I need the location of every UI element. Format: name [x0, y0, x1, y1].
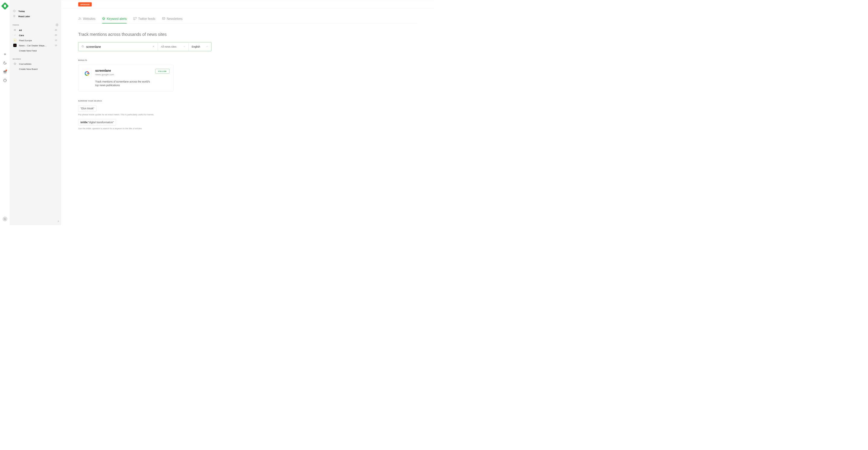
keyword-search-input[interactable] — [86, 45, 150, 49]
sidebar-item-label: All — [19, 29, 53, 31]
keyword-icon — [102, 17, 105, 21]
rss-icon — [79, 17, 82, 21]
list-icon — [13, 29, 17, 31]
suggestion-prefix: intitle: — [81, 121, 88, 124]
twitter-icon — [133, 17, 137, 21]
search-icon — [82, 45, 84, 49]
pin-icon[interactable] — [57, 220, 59, 223]
tab-keyword-alerts[interactable]: Keyword alerts — [102, 16, 127, 24]
sidebar-section-label: BOARDS — [13, 58, 21, 60]
suggestion-exact-match[interactable]: "Elon Musk" — [79, 105, 97, 111]
sidebar-item-count: 10 — [55, 44, 59, 47]
results-label: RESULTS — [79, 59, 417, 61]
suggestion-hint: Put phrase inside quotes for an exact ma… — [79, 113, 184, 116]
sidebar-feed-fleet-europe[interactable]: E Fleet Europe 10 — [10, 38, 61, 43]
svg-point-8 — [14, 11, 14, 11]
svg-point-14 — [79, 19, 79, 20]
bookmark-icon — [13, 15, 16, 18]
tab-websites[interactable]: Websites — [79, 16, 96, 24]
sidebar-item-label: News – Car Dealer Maga… — [19, 44, 53, 47]
help-icon[interactable] — [3, 78, 7, 82]
upgrade-button[interactable]: UPGRADE — [79, 2, 92, 7]
sidebar-create-feed[interactable]: Create New Feed — [10, 48, 61, 53]
sidebar-item-today[interactable]: Today — [10, 8, 61, 13]
feed-favicon: E — [13, 38, 17, 42]
avatar[interactable]: S — [2, 217, 7, 221]
tab-label: Keyword alerts — [107, 17, 127, 21]
tab-label: Newsletters — [167, 17, 182, 21]
tab-label: Websites — [83, 17, 96, 21]
add-icon[interactable] — [3, 53, 7, 56]
svg-marker-13 — [14, 63, 16, 65]
avatar-initial: S — [2, 217, 7, 221]
moon-icon[interactable] — [3, 61, 7, 65]
result-description: Track mentions of screenlane across the … — [95, 80, 153, 87]
result-card: screenlane news.google.com FOLLOW Track … — [79, 65, 174, 91]
keyword-search-row: All news sites English — [79, 42, 212, 51]
narrow-label: NARROW YOUR SEARCH — [79, 100, 417, 102]
sidebar-boards-header: BOARDS — [10, 58, 61, 60]
sidebar-item-label: Create New Board — [19, 67, 59, 70]
language-select[interactable]: English — [189, 42, 211, 51]
sidebar-board-cool-articles[interactable]: Cool articles — [10, 61, 61, 66]
follow-button[interactable]: FOLLOW — [156, 69, 169, 74]
sidebar: Today Read Later FEEDS All 20 Cars — [10, 0, 61, 225]
tab-twitter-feeds[interactable]: Twitter feeds — [133, 16, 156, 24]
sidebar-item-count: 20 — [55, 29, 59, 31]
today-icon — [13, 10, 16, 12]
result-thumb — [82, 69, 92, 78]
gear-icon[interactable] — [56, 24, 59, 26]
top-bar: UPGRADE — [61, 0, 434, 9]
sidebar-item-label: Read Later — [19, 15, 59, 18]
suggestion-hint: Use the intitle: operator to search for … — [79, 127, 184, 130]
suggestion-intitle[interactable]: intitle:"digital transformation" — [79, 119, 116, 125]
sidebar-section-label: FEEDS — [13, 24, 19, 26]
icon-rail: S — [0, 0, 10, 225]
tab-newsletters[interactable]: Newsletters — [162, 16, 182, 24]
gift-badge-dot — [5, 70, 7, 71]
svg-point-9 — [57, 24, 57, 25]
chevron-down-icon — [206, 45, 208, 49]
svg-line-18 — [83, 47, 84, 47]
sidebar-item-label: Cool articles — [19, 62, 59, 65]
result-domain: news.google.com — [95, 73, 114, 76]
chevron-down-icon — [183, 45, 186, 49]
sidebar-item-label: Cars — [19, 34, 53, 36]
gift-icon[interactable] — [3, 70, 7, 73]
sidebar-create-board[interactable]: Create New Board — [10, 66, 61, 71]
sidebar-item-label: Today — [19, 10, 59, 12]
main-content: UPGRADE Websites Keyword alerts — [61, 0, 434, 225]
chevron-down-icon[interactable] — [13, 34, 17, 36]
sidebar-item-count: 20 — [55, 34, 59, 36]
sidebar-item-label: Fleet Europe — [19, 39, 53, 41]
mail-icon — [162, 17, 165, 21]
tab-label: Twitter feeds — [138, 17, 156, 21]
svg-point-17 — [82, 45, 84, 47]
feedly-logo[interactable] — [1, 2, 9, 10]
select-value: English — [192, 45, 200, 48]
source-select[interactable]: All news sites — [158, 42, 189, 51]
sidebar-item-all[interactable]: All 20 — [10, 27, 61, 33]
result-title: screenlane — [95, 69, 114, 73]
feed-favicon: CD — [13, 44, 17, 47]
suggestion-rest: "digital transformation" — [88, 121, 114, 124]
sidebar-item-label: Create New Feed — [19, 49, 59, 52]
source-type-tabs: Websites Keyword alerts Twitter feeds — [79, 16, 417, 24]
select-value: All news sites — [161, 45, 176, 48]
page-heading: Track mentions across thousands of news … — [79, 32, 417, 37]
sidebar-item-count: 10 — [55, 39, 59, 41]
sidebar-feeds-header: FEEDS — [10, 24, 61, 26]
sidebar-feed-car-dealer[interactable]: CD News – Car Dealer Maga… 10 — [10, 43, 61, 48]
star-icon — [13, 62, 17, 65]
google-icon — [85, 71, 89, 76]
clear-icon[interactable] — [153, 45, 155, 48]
sidebar-item-cars[interactable]: Cars 20 — [10, 33, 61, 38]
sidebar-item-read-later[interactable]: Read Later — [10, 13, 61, 19]
